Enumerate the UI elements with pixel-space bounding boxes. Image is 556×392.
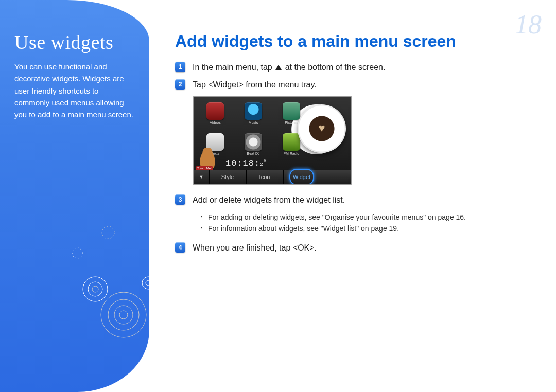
music-icon	[245, 102, 262, 120]
step-number: 4	[175, 242, 185, 253]
main-content: Add widgets to a main menu screen 1 In t…	[175, 32, 541, 259]
tray-widget: Widget	[283, 170, 320, 184]
step-3-text: Add or delete widgets from the widget li…	[193, 194, 541, 206]
coffee-cup: ♥	[298, 104, 346, 153]
step-3-sublist: For adding or deleting widgets, see "Org…	[201, 211, 541, 235]
sidebar-title: Use widgets	[14, 31, 135, 54]
step-number: 2	[175, 79, 185, 90]
tray-down-icon: ▼	[194, 174, 209, 180]
step-1-post: at the bottom of the screen.	[283, 63, 385, 72]
step-2: 2 Tap <Widget> from the menu tray.	[175, 79, 541, 91]
app-videos: Videos	[200, 102, 231, 130]
app-music: Music	[238, 102, 269, 130]
sidebar: Use widgets You can use functional and d…	[0, 0, 149, 392]
sidebar-body: You can use functional and decorative wi…	[14, 61, 135, 120]
step-2-text: Tap <Widget> from the menu tray.	[193, 79, 541, 91]
step-number: 3	[175, 194, 185, 205]
sub-bullet: For information about widgets, see "Widg…	[201, 223, 541, 234]
tray-icon: Icon	[246, 170, 283, 184]
main-heading: Add widgets to a main menu screen	[175, 32, 541, 51]
menu-tray: ▼ Style Icon Widget	[194, 170, 351, 184]
step-4: 4 When you are finished, tap <OK>.	[175, 242, 541, 254]
step-1-pre: In the main menu, tap	[193, 63, 274, 72]
sub-bullet: For adding or deleting widgets, see "Org…	[201, 211, 541, 223]
step-4-text: When you are finished, tap <OK>.	[193, 242, 541, 254]
heart-icon: ♥	[318, 121, 325, 135]
clock: 10:18:26	[225, 158, 267, 168]
videos-icon	[206, 102, 224, 120]
touch-me-label: Touch Me!	[196, 166, 213, 170]
step-number: 1	[175, 62, 185, 72]
device-screenshot: Videos Music Pictures Texts Beat DJ FM R…	[193, 96, 352, 185]
up-triangle-icon	[275, 65, 282, 70]
tray-style: Style	[209, 170, 246, 184]
gingerbread-icon: Touch Me!	[199, 148, 216, 168]
device-midrow: Touch Me! 10:18:26	[199, 148, 267, 168]
step-1: 1 In the main menu, tap at the bottom of…	[175, 61, 541, 74]
step-3: 3 Add or delete widgets from the widget …	[175, 194, 541, 206]
